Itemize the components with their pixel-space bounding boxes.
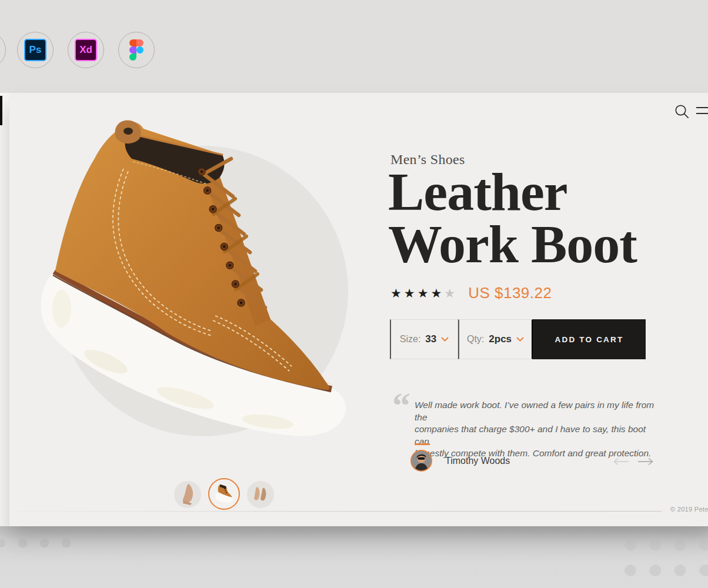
left-edge-tab	[0, 96, 2, 125]
chevron-down-icon	[441, 337, 449, 342]
menu-button[interactable]	[696, 107, 708, 116]
review-author-row: Timothy Woods	[410, 450, 510, 472]
thumbnail-3[interactable]	[247, 481, 274, 508]
boot-illustration	[35, 115, 365, 456]
star-filled-icon: ★	[418, 286, 431, 300]
product-title: Leather Work Boot	[388, 166, 637, 270]
product-title-line-2: Work Boot	[388, 218, 637, 270]
thumbnail-1[interactable]	[174, 481, 201, 508]
thumbnail-3-boots-icon	[250, 484, 271, 505]
top-backdrop-bar: Ps Xd	[0, 0, 708, 93]
photoshop-app-icon[interactable]: Ps	[17, 32, 54, 68]
footer-divider	[18, 511, 662, 512]
size-label: Size:	[400, 334, 421, 345]
figma-icon	[129, 39, 143, 61]
photoshop-icon-label: Ps	[29, 44, 42, 56]
review-author-name: Timothy Woods	[445, 456, 510, 466]
qty-value: 2pcs	[489, 333, 512, 345]
size-selector[interactable]: Size: 33	[390, 319, 458, 359]
decorative-dots-left	[0, 539, 74, 547]
adobe-xd-icon: Xd	[75, 39, 97, 61]
qty-label: Qty:	[467, 334, 484, 345]
thumbnail-1-boot-icon	[178, 483, 198, 506]
search-icon	[674, 103, 690, 120]
product-page-panel: Men’s Shoes Leather Work Boot ★★★★★ US $…	[9, 93, 708, 526]
arrow-right-icon	[637, 457, 654, 466]
hamburger-icon	[696, 107, 708, 108]
prev-review-button[interactable]	[611, 456, 631, 469]
thumbnail-2-selected[interactable]	[208, 478, 240, 510]
star-filled-icon: ★	[390, 286, 404, 300]
star-filled-icon: ★	[430, 286, 444, 300]
thumbnail-2-boot-icon	[212, 482, 236, 506]
size-value: 33	[425, 333, 436, 345]
star-rating: ★★★★★	[390, 287, 457, 299]
add-to-cart-button[interactable]: ADD TO CART	[533, 319, 646, 359]
adobe-xd-app-icon[interactable]: Xd	[68, 32, 104, 68]
rating-row: ★★★★★ US $139.22	[390, 284, 552, 302]
bottom-backdrop	[0, 526, 708, 588]
chevron-down-icon	[516, 337, 524, 342]
review-nav	[611, 456, 656, 469]
review-divider	[415, 443, 430, 445]
product-title-line-1: Leather	[388, 166, 637, 218]
decorative-dots-right	[624, 539, 708, 588]
avatar	[410, 450, 432, 472]
partial-app-circle	[0, 32, 6, 68]
arrow-left-icon	[612, 457, 630, 466]
search-button[interactable]	[674, 103, 690, 120]
copyright-text: © 2019 Peterd	[670, 506, 708, 513]
adobe-xd-icon-label: Xd	[79, 44, 92, 56]
avatar-photo	[412, 451, 431, 470]
star-empty-icon: ★	[444, 286, 457, 300]
product-info: Men’s Shoes Leather Work Boot ★★★★★ US $…	[390, 93, 666, 526]
photoshop-icon: Ps	[24, 39, 46, 61]
product-price: US $139.22	[468, 284, 552, 302]
next-review-button[interactable]	[636, 456, 656, 469]
quote-mark-icon: “	[392, 387, 410, 423]
purchase-options: Size: 33 Qty: 2pcs ADD TO CART	[390, 319, 646, 359]
star-filled-icon: ★	[404, 286, 418, 300]
left-edge-strip	[0, 93, 9, 526]
product-photo	[35, 115, 365, 456]
quantity-selector[interactable]: Qty: 2pcs	[458, 319, 533, 359]
figma-app-icon[interactable]	[118, 32, 155, 68]
